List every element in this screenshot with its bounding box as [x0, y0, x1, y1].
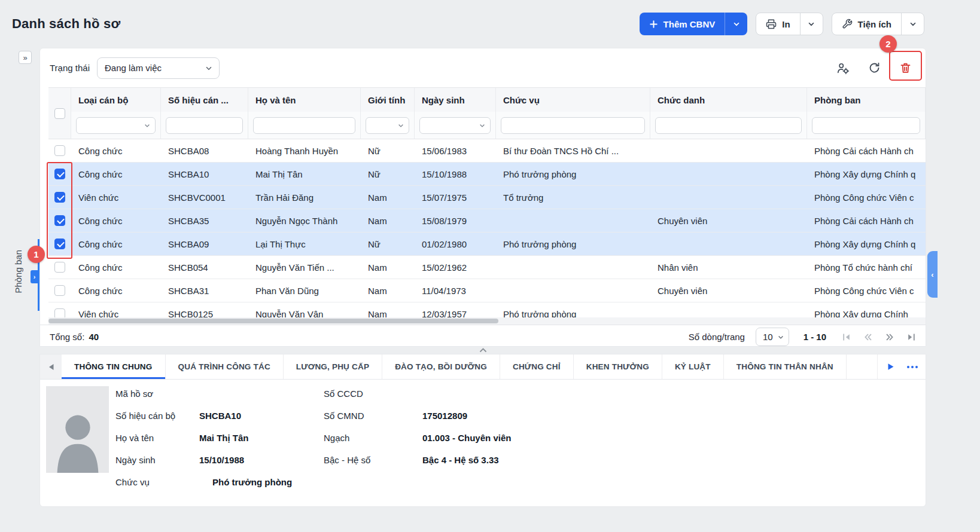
- filter-input-phong-ban[interactable]: [812, 117, 920, 134]
- column-header[interactable]: Số hiệu cán ...: [161, 88, 248, 112]
- utilities-split-button: Tiện ích: [832, 13, 924, 35]
- delete-button[interactable]: [894, 57, 916, 79]
- filter-select-gioi-tinh[interactable]: [366, 117, 409, 134]
- open-right-panel-button[interactable]: ‹: [927, 251, 938, 298]
- select-all-checkbox[interactable]: [54, 108, 65, 119]
- detail-field: Chức vụ Phó trưởng phòng: [115, 471, 292, 493]
- tab-thong-tin-chung[interactable]: THÔNG TIN CHUNG: [62, 354, 166, 379]
- cell-phong-ban: Phòng Công chức Viên c: [807, 186, 926, 209]
- row-checkbox[interactable]: [54, 308, 65, 317]
- cell-phong-ban: Phòng Cải cách Hành ch: [807, 139, 926, 162]
- tab-next-icon: [887, 363, 894, 371]
- row-checkbox[interactable]: [54, 145, 65, 156]
- field-label: Số CMND: [324, 411, 422, 421]
- tab-qua-trinh-cong-tac[interactable]: QUÁ TRÌNH CÔNG TÁC: [166, 354, 284, 379]
- table-row[interactable]: Viên chức SHCB0125 Nguyễn Văn Vân Nam 12…: [48, 302, 926, 317]
- first-page-button[interactable]: [842, 332, 851, 342]
- refresh-icon: [868, 62, 881, 74]
- table-row[interactable]: Công chức SHCBA31 Phan Văn Dũng Nam 11/0…: [48, 279, 926, 302]
- utilities-button[interactable]: Tiện ích: [832, 13, 901, 35]
- records-panel: Trạng thái Đang làm việc: [39, 48, 926, 347]
- status-label: Trạng thái: [50, 63, 90, 73]
- refresh-button[interactable]: [863, 57, 885, 79]
- last-page-button[interactable]: [906, 332, 916, 342]
- tab-dao-tao-boi-duong[interactable]: ĐÀO TẠO, BỒI DƯỠNG: [382, 354, 500, 379]
- cell-ngay-sinh: 11/04/1973: [415, 279, 496, 302]
- filter-input-chuc-danh[interactable]: [655, 117, 802, 134]
- tab-ky-luat[interactable]: KỶ LUẬT: [662, 354, 724, 379]
- horizontal-scrollbar[interactable]: [48, 317, 926, 325]
- delete-icon: [899, 62, 912, 74]
- tab-thong-tin-than-nhan[interactable]: THÔNG TIN THÂN NHÂN: [724, 354, 847, 379]
- column-header[interactable]: Loại cán bộ: [71, 88, 161, 112]
- tab-luong-phu-cap[interactable]: LƯƠNG, PHỤ CẤP: [284, 354, 382, 379]
- cell-loai-can-bo: Công chức: [71, 279, 161, 302]
- cell-ho-ten: Mai Thị Tân: [248, 163, 361, 185]
- add-cbnv-button[interactable]: Thêm CBNV: [640, 13, 725, 35]
- tabs-scroll-right-button[interactable]: [881, 357, 900, 377]
- collapse-right-icon: ‹: [931, 270, 933, 279]
- table-row[interactable]: Viên chức SHCBVC0001 Trần Hải Đăng Nam 1…: [48, 186, 926, 209]
- filter-input-so-hieu[interactable]: [166, 117, 243, 134]
- filter-input-ho-ten[interactable]: [253, 117, 355, 134]
- page-title: Danh sách hồ sơ: [12, 16, 120, 32]
- collapse-detail-button[interactable]: [473, 347, 493, 354]
- status-select[interactable]: Đang làm việc: [97, 57, 220, 79]
- row-checkbox[interactable]: [54, 215, 65, 226]
- tabs-more-button[interactable]: [903, 357, 922, 377]
- cell-ngay-sinh: 15/06/1983: [415, 139, 496, 162]
- table-row[interactable]: Công chức SHCBA09 Lại Thị Thực Nữ 01/02/…: [48, 233, 926, 256]
- sidebar-open-handle[interactable]: ›: [31, 270, 38, 283]
- prev-page-button[interactable]: [863, 332, 873, 342]
- filter-cell: [807, 112, 926, 139]
- cell-so-hieu: SHCBA35: [161, 209, 248, 232]
- add-cbnv-split-button: Thêm CBNV: [640, 13, 748, 35]
- filter-cell: [650, 112, 807, 139]
- cell-loai-can-bo: Công chức: [71, 233, 161, 255]
- pagination: [842, 332, 916, 342]
- column-header[interactable]: Ngày sinh: [415, 88, 496, 112]
- print-dropdown-button[interactable]: [800, 13, 823, 35]
- sidebar-collapsed-label[interactable]: Phòng ban: [13, 250, 23, 293]
- row-checkbox[interactable]: [54, 169, 65, 179]
- column-header[interactable]: Phòng ban: [807, 88, 926, 112]
- horizontal-scrollbar-thumb[interactable]: [48, 319, 498, 323]
- column-header[interactable]: Giới tính: [361, 88, 415, 112]
- next-page-button[interactable]: [885, 332, 894, 342]
- cell-ho-ten: Nguyễn Văn Vân: [248, 302, 361, 317]
- chevron-down-icon: [777, 334, 784, 341]
- row-checkbox[interactable]: [54, 285, 65, 296]
- table-row[interactable]: Công chức SHCB054 Nguyễn Văn Tiến ... Na…: [48, 256, 926, 279]
- field-value: Phó trưởng phòng: [199, 477, 292, 487]
- tab-khen-thuong[interactable]: KHEN THƯỞNG: [574, 354, 662, 379]
- table-row[interactable]: Công chức SHCBA08 Hoàng Thanh Huyền Nữ 1…: [48, 139, 926, 163]
- row-checkbox[interactable]: [54, 239, 65, 249]
- cell-ho-ten: Nguyễn Ngọc Thành: [248, 209, 361, 232]
- cell-chuc-vu: [496, 209, 650, 232]
- filter-select-ngay-sinh[interactable]: [419, 117, 491, 134]
- user-settings-button[interactable]: [832, 57, 854, 79]
- column-header[interactable]: Chức vụ: [496, 88, 650, 112]
- filter-select-loai-can-bo[interactable]: [76, 117, 156, 134]
- filter-cell: [361, 112, 415, 139]
- expand-sidebar-button[interactable]: »: [19, 51, 32, 64]
- column-header[interactable]: Chức danh: [650, 88, 807, 112]
- detail-field: Mã hồ sơ: [115, 383, 292, 405]
- filter-input-chuc-vu[interactable]: [501, 117, 645, 134]
- add-cbnv-dropdown-button[interactable]: [725, 13, 747, 35]
- utilities-dropdown-button[interactable]: [901, 13, 924, 35]
- table-header: Loại cán bộ Số hiệu cán ... Họ và tên Gi…: [48, 87, 926, 139]
- cell-so-hieu: SHCB0125: [161, 302, 248, 317]
- panel-divider: [39, 347, 926, 354]
- row-checkbox[interactable]: [54, 262, 65, 273]
- per-page-select[interactable]: 10: [756, 328, 789, 346]
- tabs-scroll-left-button[interactable]: [40, 354, 62, 379]
- tab-chung-chi[interactable]: CHỨNG CHỈ: [500, 354, 574, 379]
- table-row[interactable]: Công chức SHCBA35 Nguyễn Ngọc Thành Nam …: [48, 209, 926, 233]
- print-button[interactable]: In: [756, 13, 799, 35]
- table-row[interactable]: Công chức SHCBA10 Mai Thị Tân Nữ 15/10/1…: [48, 163, 926, 186]
- cell-chuc-vu: Phó trưởng phòng: [496, 163, 650, 185]
- column-header[interactable]: Họ và tên: [248, 88, 361, 112]
- cell-ngay-sinh: 15/07/1975: [415, 186, 496, 209]
- row-checkbox[interactable]: [54, 192, 65, 203]
